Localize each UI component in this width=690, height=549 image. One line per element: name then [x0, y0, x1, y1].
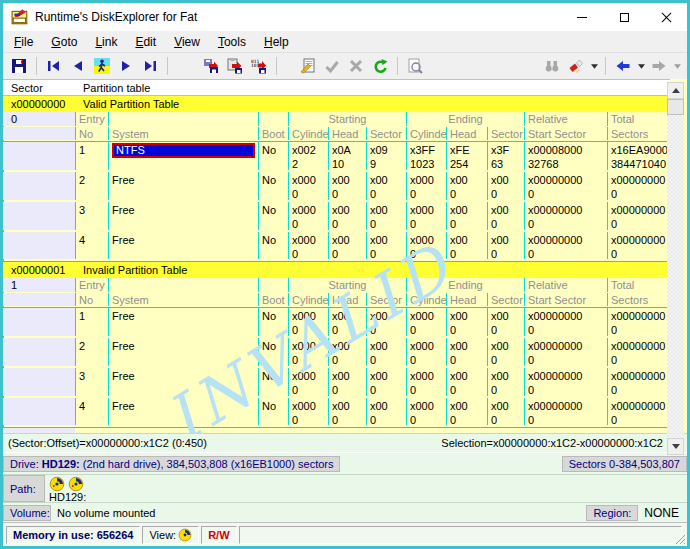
partition-entry-row[interactable]: 3 Free Nox0000x000x000x0000x000x000x0000… [3, 368, 670, 398]
boot-cell[interactable]: No [258, 142, 288, 170]
nav-forward-dropdown[interactable] [671, 55, 683, 77]
value-cell[interactable]: x0000800032768 [524, 142, 607, 170]
value-cell[interactable]: x000000000 [524, 232, 607, 259]
value-cell[interactable]: x16EA9000384471040 [607, 142, 670, 170]
value-cell[interactable]: x000 [487, 338, 524, 366]
value-cell[interactable]: x0000 [406, 368, 446, 396]
disk-icon[interactable] [49, 476, 65, 492]
edit-button[interactable] [296, 55, 320, 77]
menu-item-tools[interactable]: Tools [209, 33, 255, 51]
value-cell[interactable]: x000 [487, 202, 524, 230]
entry-no-cell[interactable]: 2 [75, 172, 108, 200]
value-cell[interactable]: x0000 [288, 338, 328, 366]
partition-entry-row[interactable]: 3 Free Nox0000x000x000x0000x000x000x0000… [3, 202, 670, 232]
partition-entry-row[interactable]: 4 Free Nox0000x000x000x0000x000x000x0000… [3, 232, 670, 262]
value-cell[interactable]: x000000000 [524, 172, 607, 200]
nav-back-button[interactable] [611, 55, 635, 77]
system-cell[interactable]: Free [112, 309, 255, 323]
run-button[interactable] [90, 55, 114, 77]
value-cell[interactable]: x000000000 [607, 398, 670, 425]
value-cell[interactable]: x000000000 [524, 398, 607, 425]
goto-forward-button[interactable] [114, 55, 138, 77]
boot-cell[interactable]: No [258, 338, 288, 366]
entry-no-cell[interactable]: 4 [75, 398, 108, 425]
value-cell[interactable]: x000000000 [607, 338, 670, 366]
value-cell[interactable]: xFE254 [446, 142, 487, 170]
maximize-button[interactable] [603, 3, 645, 31]
entry-no-cell[interactable]: 3 [75, 202, 108, 230]
value-cell[interactable]: x000 [328, 398, 366, 425]
entry-no-cell[interactable]: 4 [75, 232, 108, 259]
menu-item-help[interactable]: Help [255, 33, 298, 51]
entry-no-cell[interactable]: 2 [75, 338, 108, 366]
partition-entry-row[interactable]: 1 Free Nox0000x000x000x0000x000x000x0000… [3, 308, 670, 338]
value-cell[interactable]: x000 [487, 232, 524, 259]
system-cell[interactable]: Free [112, 369, 255, 383]
close-button[interactable] [645, 3, 687, 31]
disk-icon[interactable] [68, 476, 84, 492]
system-cell[interactable]: Free [112, 339, 255, 353]
boot-cell[interactable]: No [258, 398, 288, 425]
system-cell[interactable]: Free [112, 203, 255, 217]
value-cell[interactable]: x0000 [406, 338, 446, 366]
value-cell[interactable]: x000000000 [524, 368, 607, 396]
export-binary-button[interactable]: 011 101 [247, 55, 271, 77]
value-cell[interactable]: x000000000 [524, 308, 607, 336]
value-cell[interactable]: x3F63 [487, 142, 524, 170]
value-cell[interactable]: x0000 [288, 368, 328, 396]
value-cell[interactable]: x0000 [406, 398, 446, 425]
value-cell[interactable]: x000 [328, 172, 366, 200]
menu-item-goto[interactable]: Goto [42, 33, 86, 51]
value-cell[interactable]: x000000000 [524, 202, 607, 230]
section-title-row[interactable]: x00000000 Valid Partition Table [3, 96, 670, 112]
value-cell[interactable]: x000 [487, 368, 524, 396]
partition-entry-row[interactable]: 4 Free Nox0000x000x000x0000x000x000x0000… [3, 398, 670, 428]
value-cell[interactable]: x099 [366, 142, 406, 170]
value-cell[interactable]: x000 [366, 398, 406, 425]
discard-button[interactable] [344, 55, 368, 77]
export-clipboard-button[interactable] [223, 55, 247, 77]
save-button[interactable] [7, 55, 31, 77]
value-cell[interactable]: x0000 [288, 308, 328, 336]
value-cell[interactable]: x000 [446, 202, 487, 230]
confirm-button[interactable] [320, 55, 344, 77]
goto-last-button[interactable] [138, 55, 162, 77]
value-cell[interactable]: x000 [328, 202, 366, 230]
value-cell[interactable]: x000000000 [607, 172, 670, 200]
path-value[interactable]: HD129: [49, 492, 86, 503]
value-cell[interactable]: x000 [328, 368, 366, 396]
nav-forward-button[interactable] [647, 55, 671, 77]
entry-no-cell[interactable]: 1 [75, 142, 108, 170]
value-cell[interactable]: x0000 [288, 232, 328, 259]
value-cell[interactable]: x000 [366, 338, 406, 366]
selected-system-cell[interactable]: NTFS [112, 143, 255, 158]
system-cell[interactable]: Free [112, 399, 255, 413]
value-cell[interactable]: x000 [366, 172, 406, 200]
value-cell[interactable]: x000000000 [607, 308, 670, 336]
preview-button[interactable] [403, 55, 427, 77]
system-cell[interactable]: Free [112, 233, 255, 247]
menu-item-edit[interactable]: Edit [126, 33, 165, 51]
value-cell[interactable]: x000 [366, 368, 406, 396]
value-cell[interactable]: x0A10 [328, 142, 366, 170]
value-cell[interactable]: x000 [328, 308, 366, 336]
value-cell[interactable]: x0000 [288, 398, 328, 425]
goto-first-button[interactable] [42, 55, 66, 77]
nav-back-dropdown[interactable] [635, 55, 647, 77]
menu-item-view[interactable]: View [165, 33, 209, 51]
value-cell[interactable]: x0000 [406, 232, 446, 259]
scrollbar-thumb[interactable] [667, 99, 684, 115]
value-cell[interactable]: x0000 [406, 172, 446, 200]
export-file-button[interactable] [199, 55, 223, 77]
highlight-button[interactable] [564, 55, 588, 77]
value-cell[interactable]: x000 [487, 308, 524, 336]
value-cell[interactable]: x000 [328, 232, 366, 259]
value-cell[interactable]: x000 [366, 232, 406, 259]
boot-cell[interactable]: No [258, 232, 288, 259]
entry-no-cell[interactable]: 3 [75, 368, 108, 396]
boot-cell[interactable]: No [258, 202, 288, 230]
minimize-button[interactable] [561, 3, 603, 31]
undo-button[interactable] [368, 55, 392, 77]
value-cell[interactable]: x0000 [406, 202, 446, 230]
boot-cell[interactable]: No [258, 308, 288, 336]
